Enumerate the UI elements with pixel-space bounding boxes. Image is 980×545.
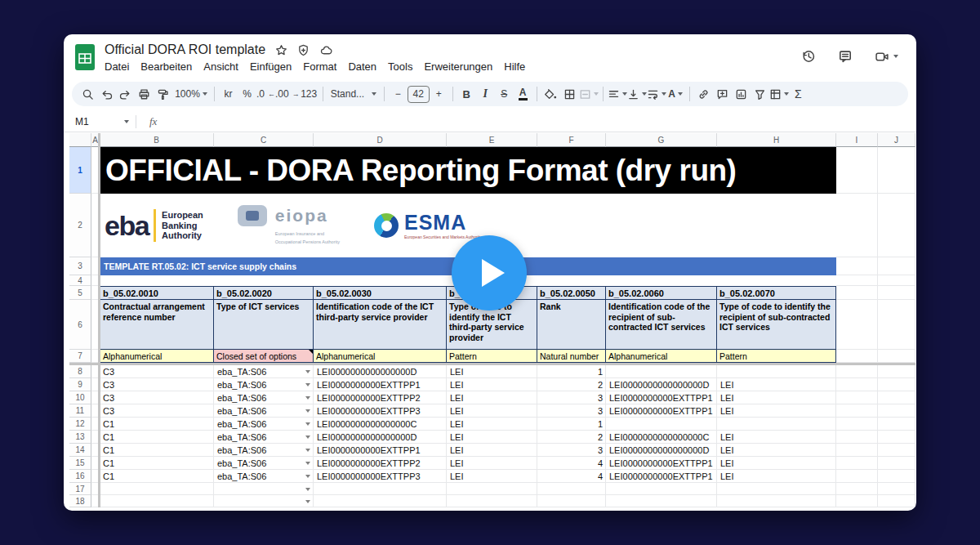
field-type-G[interactable]: Alphanumerical	[606, 350, 717, 363]
merge-cells-icon[interactable]	[579, 84, 599, 104]
dropdown-icon[interactable]	[305, 370, 310, 373]
frozen-row-divider[interactable]	[69, 363, 915, 365]
field-description-G[interactable]: Identification code of the recipient of …	[606, 300, 717, 350]
font-select[interactable]: Stand...	[327, 84, 380, 104]
menu-ansicht[interactable]: Ansicht	[198, 60, 244, 74]
field-description-H[interactable]: Type of code to identify the recipient o…	[717, 300, 836, 350]
row-header-2[interactable]: 2	[69, 194, 91, 257]
cell-F14[interactable]: 3	[537, 444, 606, 457]
dropdown-icon[interactable]	[305, 475, 310, 478]
field-code-D[interactable]: b_05.02.0030	[314, 286, 447, 300]
row-header-14[interactable]: 14	[69, 444, 91, 457]
cell-B14[interactable]: C1	[100, 444, 214, 457]
borders-icon[interactable]	[560, 84, 579, 104]
cloud-icon[interactable]	[319, 44, 333, 56]
cell-H9[interactable]: LEI	[717, 378, 836, 391]
dropdown-icon[interactable]	[305, 396, 310, 400]
field-description-F[interactable]: Rank	[537, 300, 606, 350]
cell-I5[interactable]	[836, 286, 878, 300]
row-header-17[interactable]: 17	[69, 483, 91, 495]
decrease-decimal-button[interactable]: .0←	[256, 84, 275, 104]
dropdown-icon[interactable]	[305, 449, 310, 452]
search-icon[interactable]	[78, 84, 97, 104]
cell-F11[interactable]: 3	[537, 404, 606, 418]
cell-J8[interactable]	[878, 365, 915, 378]
cell-J6[interactable]	[878, 300, 915, 350]
cell-J10[interactable]	[878, 391, 915, 404]
cell-C17[interactable]	[214, 483, 314, 495]
cell-H10[interactable]: LEI	[717, 391, 836, 404]
cell-J16[interactable]	[878, 470, 915, 483]
cell-J1[interactable]	[878, 147, 915, 194]
text-wrap-icon[interactable]	[647, 84, 666, 104]
cell-H16[interactable]: LEI	[717, 470, 836, 483]
cell-J13[interactable]	[878, 431, 915, 444]
filter-icon[interactable]	[751, 84, 769, 104]
cell-C12[interactable]: eba_TA:S06	[214, 418, 314, 431]
cell-D16[interactable]: LEI0000000000EXTTPP3	[314, 470, 447, 483]
italic-icon[interactable]: I	[476, 84, 495, 104]
cell-G16[interactable]: LEI0000000000EXTTPP1	[606, 470, 717, 483]
cell-G8[interactable]	[606, 365, 717, 378]
field-description-B[interactable]: Contractual arrangement reference number	[100, 300, 214, 350]
column-header-D[interactable]: D	[314, 133, 447, 147]
field-code-H[interactable]: b_05.02.0070	[717, 286, 836, 300]
cell-I3[interactable]	[836, 257, 878, 275]
cell-J17[interactable]	[878, 483, 915, 495]
row-header-12[interactable]: 12	[69, 418, 91, 431]
menu-bearbeiten[interactable]: Bearbeiten	[135, 60, 198, 74]
cell-H13[interactable]: LEI	[717, 431, 836, 444]
cell-J11[interactable]	[878, 404, 915, 418]
dropdown-icon[interactable]	[305, 462, 310, 465]
cell-G18[interactable]	[606, 495, 717, 507]
cell-G10[interactable]: LEI0000000000EXTTPP1	[606, 391, 717, 404]
menu-einfuegen[interactable]: Einfügen	[244, 60, 297, 74]
text-rotation-icon[interactable]: A	[666, 84, 685, 104]
cell-J2[interactable]	[878, 194, 915, 257]
insert-chart-icon[interactable]	[732, 84, 751, 104]
field-type-E[interactable]: Pattern	[447, 350, 537, 363]
menu-hilfe[interactable]: Hilfe	[498, 60, 531, 74]
cell-B11[interactable]: C3	[100, 404, 214, 418]
row-header-6[interactable]: 6	[69, 300, 91, 350]
cell-D10[interactable]: LEI0000000000EXTTPP2	[314, 391, 447, 404]
cell-I7[interactable]	[836, 350, 878, 363]
cell-F10[interactable]: 3	[537, 391, 606, 404]
shield-icon[interactable]	[297, 44, 310, 56]
history-icon[interactable]	[801, 49, 816, 64]
cell-E14[interactable]: LEI	[447, 444, 537, 457]
bold-icon[interactable]: B	[457, 84, 476, 104]
field-code-C[interactable]: b_05.02.0020	[214, 286, 314, 300]
cell-C14[interactable]: eba_TA:S06	[214, 444, 314, 457]
cell-D14[interactable]: LEI0000000000EXTTPP1	[314, 444, 447, 457]
dropdown-icon[interactable]	[305, 500, 310, 503]
dropdown-icon[interactable]	[305, 383, 310, 386]
increase-decimal-button[interactable]: .00→	[275, 84, 300, 104]
cell-E10[interactable]: LEI	[447, 391, 537, 404]
column-header-G[interactable]: G	[606, 133, 717, 147]
currency-format-button[interactable]: kr	[219, 84, 238, 104]
pivot-table-icon[interactable]	[769, 84, 789, 104]
cell-I18[interactable]	[836, 495, 878, 507]
field-type-F[interactable]: Natural number	[537, 350, 606, 363]
link-icon[interactable]	[694, 84, 713, 104]
cell-B12[interactable]: C1	[100, 418, 214, 431]
vertical-align-icon[interactable]	[627, 84, 647, 104]
cell-E18[interactable]	[447, 495, 537, 507]
doc-title[interactable]: Official DORA ROI template	[105, 42, 265, 57]
dropdown-icon[interactable]	[305, 422, 310, 426]
cell-C13[interactable]: eba_TA:S06	[214, 431, 314, 444]
cell-I1[interactable]	[836, 147, 878, 194]
frozen-column-divider[interactable]	[98, 133, 100, 507]
row-header-7[interactable]: 7	[69, 350, 91, 363]
cell-D13[interactable]: LEI0000000000000000D	[314, 431, 447, 444]
cell-F13[interactable]: 2	[537, 431, 606, 444]
cell-I9[interactable]	[836, 378, 878, 391]
field-type-H[interactable]: Pattern	[717, 350, 836, 363]
font-size-input[interactable]: 42	[408, 84, 430, 104]
cell-B13[interactable]: C1	[100, 431, 214, 444]
row-header-11[interactable]: 11	[69, 404, 91, 418]
cell-B9[interactable]: C3	[100, 378, 214, 391]
field-description-C[interactable]: Type of ICT services	[214, 300, 314, 350]
video-call-control[interactable]	[875, 50, 898, 64]
